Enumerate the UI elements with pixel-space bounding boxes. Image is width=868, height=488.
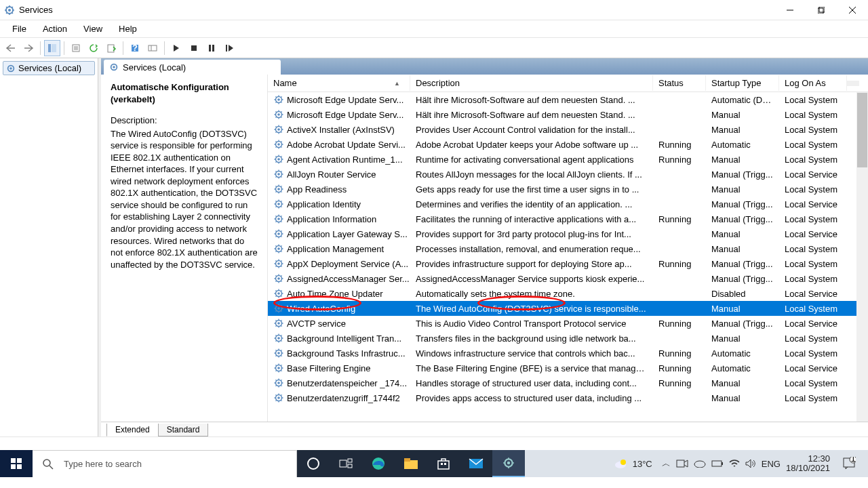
- close-button[interactable]: [837, 0, 868, 20]
- mail-icon[interactable]: [460, 450, 492, 477]
- service-status: [653, 174, 706, 175]
- gear-icon: [273, 318, 284, 329]
- stop-service-button[interactable]: [186, 40, 202, 56]
- svg-point-82: [694, 461, 705, 468]
- service-startup: Manual: [706, 184, 779, 195]
- service-startup: Manual: [706, 392, 779, 404]
- svg-point-58: [277, 382, 280, 384]
- service-row[interactable]: Background Intelligent Tran...Transfers …: [268, 331, 868, 346]
- service-row[interactable]: AppX Deployment Service (A...Provides in…: [268, 256, 868, 271]
- pause-service-button[interactable]: [203, 40, 220, 56]
- service-row[interactable]: Adobe Acrobat Update Servi...Adobe Acrob…: [268, 137, 868, 152]
- maximize-button[interactable]: [806, 0, 837, 20]
- forward-button[interactable]: [20, 40, 37, 56]
- menu-action[interactable]: Action: [36, 22, 74, 36]
- service-status: Running: [653, 363, 706, 374]
- service-row[interactable]: AssignedAccessManager Ser...AssignedAcce…: [268, 271, 868, 286]
- column-logon[interactable]: Log On As: [779, 75, 847, 91]
- back-button[interactable]: [3, 40, 19, 56]
- service-desc: Gets apps ready for use the first time a…: [410, 184, 653, 195]
- service-status: [653, 233, 706, 235]
- service-logon: Local System: [779, 258, 847, 270]
- svg-rect-11: [191, 45, 197, 51]
- svg-rect-84: [722, 462, 723, 465]
- service-desc: Processes installation, removal, and enu…: [410, 243, 653, 255]
- vertical-scrollbar[interactable]: [856, 92, 868, 422]
- gear-icon: [273, 243, 284, 254]
- battery-icon[interactable]: [711, 460, 724, 468]
- service-row[interactable]: App ReadinessGets apps ready for use the…: [268, 182, 868, 197]
- export-button[interactable]: [103, 40, 119, 56]
- column-status[interactable]: Status: [653, 75, 706, 91]
- service-row[interactable]: Microsoft Edge Update Serv...Hält ihre M…: [268, 92, 868, 107]
- chevron-up-icon[interactable]: ︿: [662, 458, 671, 470]
- service-row[interactable]: Agent Activation Runtime_1...Runtime for…: [268, 152, 868, 167]
- service-startup: Disabled: [706, 288, 779, 300]
- service-startup: Manual: [706, 378, 779, 389]
- refresh-button[interactable]: [85, 40, 102, 56]
- svg-point-38: [277, 232, 280, 235]
- volume-icon[interactable]: [745, 459, 756, 468]
- service-row[interactable]: Application IdentityDetermines and verif…: [268, 197, 868, 211]
- column-startup[interactable]: Startup Type: [706, 75, 779, 91]
- service-row[interactable]: Application ManagementProcesses installa…: [268, 241, 868, 256]
- weather-icon[interactable]: [614, 458, 627, 469]
- wifi-icon[interactable]: [729, 459, 740, 468]
- menu-file[interactable]: File: [5, 22, 33, 36]
- onedrive-icon[interactable]: [694, 460, 706, 468]
- explorer-icon[interactable]: [395, 450, 427, 477]
- start-button[interactable]: [0, 450, 33, 477]
- service-row[interactable]: ActiveX Installer (AxInstSV)Provides Use…: [268, 122, 868, 137]
- column-description[interactable]: Description: [410, 75, 653, 91]
- svg-rect-67: [340, 460, 347, 467]
- language-indicator[interactable]: ENG: [762, 459, 781, 469]
- service-row[interactable]: Benutzerdatenspeicher _174...Handles sto…: [268, 375, 868, 390]
- content-header: Services (Local): [101, 58, 868, 75]
- tab-standard[interactable]: Standard: [158, 424, 209, 436]
- toolbar-button[interactable]: [144, 40, 161, 56]
- edge-icon[interactable]: [362, 450, 395, 477]
- service-row[interactable]: AVCTP serviceThis is Audio Video Control…: [268, 316, 868, 331]
- column-name[interactable]: Name▲: [268, 75, 410, 91]
- scroll-thumb[interactable]: [857, 93, 867, 167]
- svg-rect-4: [48, 44, 51, 52]
- service-row[interactable]: Application Layer Gateway S...Provides s…: [268, 226, 868, 241]
- tree-root-services[interactable]: Services (Local): [3, 61, 95, 75]
- start-service-button[interactable]: [168, 40, 184, 56]
- minimize-button[interactable]: [774, 0, 806, 20]
- service-name: Agent Activation Runtime_1...: [287, 155, 403, 165]
- service-row[interactable]: Base Filtering EngineThe Base Filtering …: [268, 361, 868, 375]
- task-view-icon[interactable]: [330, 450, 362, 477]
- store-icon[interactable]: [427, 450, 460, 477]
- restart-service-button[interactable]: [221, 40, 237, 56]
- service-startup: Manual (Trigg...: [706, 273, 779, 285]
- service-row[interactable]: AllJoyn Router ServiceRoutes AllJoyn mes…: [268, 167, 868, 182]
- svg-point-34: [277, 203, 280, 205]
- menu-view[interactable]: View: [77, 22, 109, 36]
- gear-icon: [273, 258, 284, 269]
- svg-point-32: [277, 188, 280, 190]
- cortana-icon[interactable]: [297, 450, 330, 477]
- service-status: Running: [653, 214, 706, 225]
- service-row[interactable]: Auto Time Zone UpdaterAutomatically sets…: [268, 286, 868, 301]
- help-button[interactable]: ?: [127, 40, 143, 56]
- tab-extended[interactable]: Extended: [106, 424, 159, 436]
- taskbar-search[interactable]: Type here to search: [33, 450, 297, 477]
- clock[interactable]: 12:30 18/10/2021: [786, 454, 830, 474]
- menu-help[interactable]: Help: [112, 22, 144, 36]
- gear-icon: [273, 363, 284, 373]
- service-desc: Runtime for activating conversational ag…: [410, 154, 653, 165]
- service-row[interactable]: Application InformationFacilitates the r…: [268, 211, 868, 226]
- notification-center[interactable]: 1: [835, 450, 863, 477]
- properties-button[interactable]: [68, 40, 84, 56]
- show-hide-tree-button[interactable]: [44, 40, 60, 56]
- service-row[interactable]: Benutzerdatenzugriff_1744f2Provides apps…: [268, 390, 868, 405]
- svg-rect-62: [17, 458, 22, 463]
- svg-rect-5: [52, 44, 56, 52]
- service-row[interactable]: Background Tasks Infrastruc...Windows in…: [268, 346, 868, 361]
- service-row[interactable]: Microsoft Edge Update Serv...Hält ihre M…: [268, 107, 868, 122]
- service-row[interactable]: Wired AutoConfigThe Wired AutoConfig (DO…: [268, 301, 868, 316]
- services-taskbar-icon[interactable]: [492, 450, 525, 477]
- meet-now-icon[interactable]: [676, 459, 688, 468]
- weather-temp[interactable]: 13°C: [633, 459, 652, 469]
